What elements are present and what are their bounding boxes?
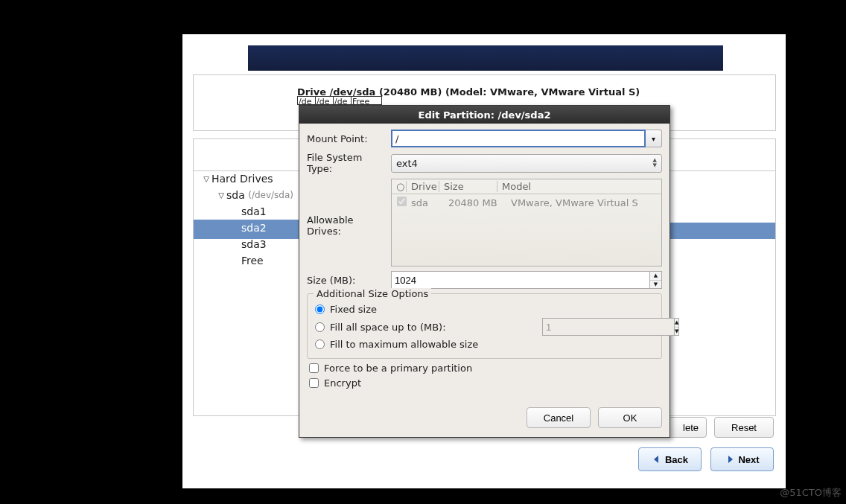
fixed-size-label[interactable]: Fixed size bbox=[330, 304, 377, 315]
edit-partition-dialog: Edit Partition: /dev/sda2 Mount Point: /… bbox=[299, 105, 670, 438]
tree-label: sda1 bbox=[241, 205, 267, 217]
drive-seg: Free bbox=[351, 96, 382, 105]
size-spinner[interactable]: ▲▼ bbox=[650, 271, 662, 289]
dialog-body: Mount Point: / ▾ File System Type: ext4 … bbox=[299, 124, 670, 400]
mount-point-input[interactable]: / bbox=[391, 130, 646, 147]
mount-point-row: Mount Point: / ▾ bbox=[307, 130, 662, 147]
allowable-drives-list[interactable]: ○ Drive Size Model sda 20480 MB VMware, … bbox=[391, 179, 662, 267]
additional-size-legend: Additional Size Options bbox=[314, 288, 431, 299]
checkbox-header: ○ bbox=[392, 181, 407, 192]
tree-label: sda3 bbox=[241, 238, 267, 250]
fill-max-option[interactable]: Fill to maximum allowable size bbox=[315, 339, 654, 350]
size-cell: 20480 MB bbox=[448, 197, 511, 208]
fs-type-row: File System Type: ext4 ▲▼ bbox=[307, 152, 662, 174]
arrow-right-icon bbox=[725, 454, 735, 465]
force-primary-checkbox[interactable] bbox=[309, 363, 319, 373]
tree-label: sda bbox=[226, 189, 245, 201]
tree-path: (/dev/sda) bbox=[248, 190, 293, 200]
encrypt-label[interactable]: Encrypt bbox=[324, 377, 361, 389]
fixed-size-radio[interactable] bbox=[315, 304, 325, 314]
back-button[interactable]: Back bbox=[638, 447, 702, 471]
expander-icon[interactable]: ▽ bbox=[216, 191, 226, 200]
updown-icon: ▲▼ bbox=[653, 158, 657, 168]
spin-up-icon[interactable]: ▲ bbox=[650, 272, 661, 281]
mount-point-value: / bbox=[395, 133, 398, 144]
spin-down-icon[interactable]: ▼ bbox=[650, 281, 661, 289]
dialog-footer: Cancel OK bbox=[299, 400, 670, 437]
encrypt-checkbox[interactable] bbox=[309, 378, 319, 388]
tree-label: Free bbox=[241, 255, 264, 267]
watermark: @51CTO博客 bbox=[780, 486, 842, 500]
force-primary-row[interactable]: Force to be a primary partition bbox=[307, 363, 662, 374]
next-label: Next bbox=[738, 454, 759, 465]
allowable-header: ○ Drive Size Model bbox=[392, 179, 661, 194]
fixed-size-option[interactable]: Fixed size bbox=[315, 304, 654, 315]
cancel-button[interactable]: Cancel bbox=[527, 407, 591, 428]
size-input[interactable] bbox=[391, 271, 650, 289]
allowable-row[interactable]: sda 20480 MB VMware, VMware Virtual S bbox=[392, 194, 661, 211]
additional-size-options: Additional Size Options Fixed size Fill … bbox=[307, 293, 662, 359]
drive-seg: /de bbox=[333, 96, 351, 105]
fill-upto-input bbox=[542, 318, 675, 336]
mount-point-label: Mount Point: bbox=[307, 133, 391, 144]
dialog-title: Edit Partition: /dev/sda2 bbox=[419, 109, 551, 121]
nav-row: Back Next bbox=[193, 447, 776, 471]
size-row: Size (MB): ▲▼ bbox=[307, 271, 662, 289]
fs-type-value: ext4 bbox=[396, 158, 418, 169]
dialog-titlebar[interactable]: Edit Partition: /dev/sda2 bbox=[299, 106, 670, 124]
fill-upto-spinner: ▲▼ bbox=[675, 318, 679, 336]
drive-seg: /de bbox=[297, 96, 315, 105]
tree-label: Hard Drives bbox=[212, 173, 273, 185]
drive-col: Drive bbox=[407, 181, 439, 192]
ok-button[interactable]: OK bbox=[598, 407, 662, 428]
fs-type-label: File System Type: bbox=[307, 152, 391, 174]
next-button[interactable]: Next bbox=[710, 447, 774, 471]
chevron-down-icon: ▾ bbox=[652, 135, 655, 143]
model-cell: VMware, VMware Virtual S bbox=[511, 197, 661, 208]
tree-label: sda2 bbox=[241, 222, 267, 234]
size-label: Size (MB): bbox=[307, 275, 391, 286]
drive-visualization: /de /de /de Free bbox=[297, 96, 382, 105]
mount-point-dropdown-button[interactable]: ▾ bbox=[646, 130, 662, 147]
fill-max-radio[interactable] bbox=[315, 339, 325, 349]
expander-icon[interactable]: ▽ bbox=[201, 175, 212, 183]
allowable-drives-row: Allowable Drives: ○ Drive Size Model sda… bbox=[307, 179, 662, 267]
model-col: Model bbox=[497, 181, 661, 192]
back-label: Back bbox=[665, 454, 688, 465]
fs-type-select[interactable]: ext4 ▲▼ bbox=[391, 154, 662, 173]
reset-button[interactable]: Reset bbox=[714, 417, 774, 438]
fill-upto-spin: ▲▼ bbox=[542, 318, 654, 336]
encrypt-row[interactable]: Encrypt bbox=[307, 377, 662, 389]
fill-max-label[interactable]: Fill to maximum allowable size bbox=[330, 339, 478, 350]
fill-upto-label[interactable]: Fill all space up to (MB): bbox=[330, 322, 446, 333]
allowable-drives-label: Allowable Drives: bbox=[307, 179, 391, 237]
force-primary-label[interactable]: Force to be a primary partition bbox=[324, 363, 472, 374]
fill-upto-option[interactable]: Fill all space up to (MB): ▲▼ bbox=[315, 318, 654, 336]
drive-checkbox[interactable] bbox=[392, 197, 411, 208]
arrow-left-icon bbox=[652, 454, 662, 465]
size-col: Size bbox=[439, 181, 497, 192]
fill-upto-radio[interactable] bbox=[315, 322, 325, 332]
drive-seg: /de bbox=[315, 96, 333, 105]
top-banner bbox=[248, 45, 723, 71]
drive-cell: sda bbox=[411, 197, 448, 208]
